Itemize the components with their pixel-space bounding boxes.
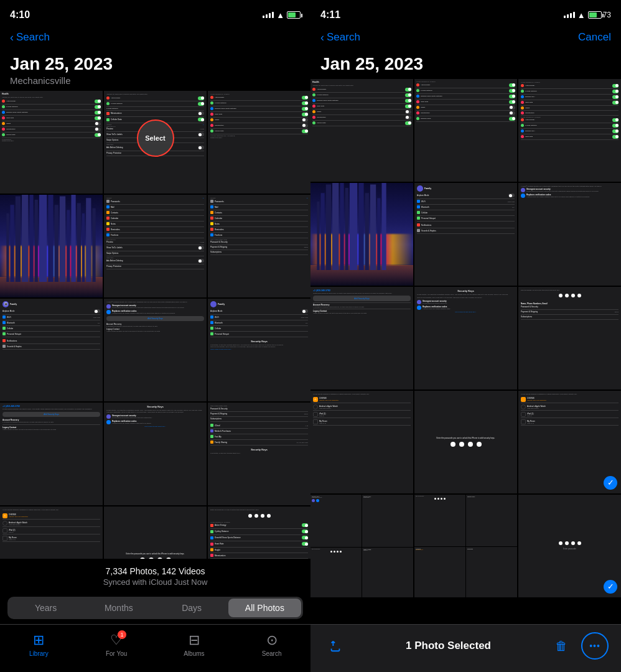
tab-all-photos[interactable]: All Photos xyxy=(228,599,301,617)
right-cell-5[interactable]: Family Airplane Mode Wi-FiKing's Cross B… xyxy=(414,183,517,286)
svg-rect-13 xyxy=(82,213,85,282)
cancel-button[interactable]: Cancel xyxy=(578,31,611,44)
right-cell-15[interactable]: Enter passcode ✓ xyxy=(518,495,621,597)
right-cell-1[interactable]: Health "Google Fit" would like to access… xyxy=(310,79,413,182)
right-time: 4:11 xyxy=(320,9,340,21)
svg-rect-0 xyxy=(6,213,9,282)
right-date-header: Jan 25, 2023 xyxy=(310,52,621,79)
right-back-button[interactable]: ‹ Search xyxy=(320,31,360,44)
left-time: 4:10 xyxy=(10,9,30,21)
left-bottom-area: 7,334 Photos, 142 Videos Synced with iCl… xyxy=(0,559,310,672)
albums-icon: ⊟ xyxy=(189,632,200,648)
for-you-badge: 1 xyxy=(118,630,126,639)
svg-rect-6 xyxy=(39,195,47,282)
grid-cell-5[interactable]: Accounts3 › Passwords Mail Contacts Cale… xyxy=(104,195,207,297)
svg-rect-15 xyxy=(93,208,96,282)
tab-months[interactable]: Months xyxy=(82,599,155,617)
svg-rect-20 xyxy=(340,183,343,270)
svg-rect-11 xyxy=(71,195,75,282)
nav-library[interactable]: ⊞ Library xyxy=(0,630,78,660)
tab-years[interactable]: Years xyxy=(9,599,82,617)
svg-rect-4 xyxy=(29,195,33,282)
grid-cell-4[interactable] xyxy=(0,195,103,297)
right-status-icons: ▲ 73 xyxy=(564,11,611,20)
more-button[interactable]: ••• xyxy=(581,632,609,660)
nav-for-you-label: For You xyxy=(106,650,127,657)
left-photo-grid: Health "Google Fit" would like to access… xyxy=(0,91,310,559)
left-date-header: Jan 25, 2023 Mechanicsville xyxy=(0,52,310,91)
grid-cell-3[interactable]: ALLOW "GOOGLE FIT" TO READ Active Energy… xyxy=(208,91,310,194)
right-cell-9[interactable]: Enter the passcode you use to unlock thi… xyxy=(518,287,621,390)
photo-count-section: 7,334 Photos, 142 Videos Synced with iCl… xyxy=(0,559,310,592)
svg-rect-24 xyxy=(365,193,369,270)
svg-rect-8 xyxy=(55,205,58,282)
svg-rect-25 xyxy=(370,185,376,271)
right-cell-11[interactable]: Enter the passcode you use to unlock thi… xyxy=(414,391,517,493)
select-label: Select xyxy=(145,134,165,142)
right-cell-14[interactable]: Enter the passcode... Security Keys CHEW… xyxy=(414,495,517,597)
back-label: Search xyxy=(16,31,50,44)
left-status-icons: ▲ xyxy=(263,11,301,20)
nav-search[interactable]: ⊙ Search xyxy=(233,630,310,660)
right-cell-7[interactable]: +1 (410-240-5782 Trusted phone numbers a… xyxy=(310,287,413,390)
delete-button[interactable]: 🗑 xyxy=(549,633,574,658)
right-date: Jan 25, 2023 xyxy=(320,55,611,74)
sync-status: Synced with iCloud Just Now xyxy=(10,577,301,587)
svg-rect-14 xyxy=(86,198,91,282)
svg-rect-17 xyxy=(321,193,325,270)
svg-rect-5 xyxy=(35,200,38,282)
right-cell-12[interactable]: If your iPhone requires a password or de… xyxy=(518,391,621,493)
right-photo-grid: Health "Google Fit" would like to access… xyxy=(310,79,621,624)
tab-days[interactable]: Days xyxy=(156,599,228,617)
grid-cell-2[interactable]: "Google Fit" would like to access and wr… xyxy=(104,91,207,194)
left-nav-bar: ‹ Search xyxy=(0,27,310,52)
grid-cell-13[interactable]: If your iPhone requires a password or de… xyxy=(0,506,103,559)
right-cell-6[interactable]: A FIDO® Certified security key is third-… xyxy=(518,183,621,286)
left-location: Mechanicsville xyxy=(10,75,301,86)
grid-cell-14[interactable]: Enter the passcode you use to unlock thi… xyxy=(104,506,207,559)
grid-cell-11[interactable]: Security Keys To get started, you need t… xyxy=(104,403,207,505)
grid-cell-6[interactable]: Accounts3 › Passwords Mail Contacts Cale… xyxy=(208,195,310,297)
svg-rect-16 xyxy=(317,202,319,270)
left-grid: Health "Google Fit" would like to access… xyxy=(0,91,310,559)
grid-cell-12[interactable]: Name, Phone Numbers, Email Password & Se… xyxy=(208,403,310,505)
nav-for-you[interactable]: ♡ 1 For You xyxy=(78,630,156,660)
share-button[interactable] xyxy=(323,633,348,658)
selected-checkmark: ✓ xyxy=(604,476,617,490)
battery-percent: 73 xyxy=(603,11,611,19)
nav-albums-label: Albums xyxy=(184,650,204,657)
grid-cell-15[interactable]: Enter the passcode you use to unlock thi… xyxy=(208,506,310,559)
back-chevron-icon: ‹ xyxy=(10,31,14,44)
battery-icon xyxy=(287,11,301,19)
right-cell-4[interactable] xyxy=(310,183,413,286)
grid-cell-9[interactable]: Family Airplane Mode Wi-FiKing's Cross B… xyxy=(208,299,310,401)
right-status-bar: 4:11 ▲ 73 xyxy=(310,0,621,27)
grid-cell-1[interactable]: Health "Google Fit" would like to access… xyxy=(0,91,103,194)
left-status-bar: 4:10 ▲ xyxy=(0,0,310,27)
nav-albums[interactable]: ⊟ Albums xyxy=(156,630,233,660)
right-cell-8[interactable]: Security Keys To get started, you need t… xyxy=(414,287,517,390)
grid-cell-10[interactable]: +1 (410-240-5782 Trusted phone numbers a… xyxy=(0,403,103,505)
right-cell-10[interactable]: If your iPhone requires a password or de… xyxy=(310,391,413,493)
photo-count: 7,334 Photos, 142 Videos xyxy=(10,566,301,576)
grid-cell-7[interactable]: 👨‍👩‍👧‍👦 Family Airplane Mode Wi-FiKing's… xyxy=(0,299,103,401)
grid-cell-8[interactable]: A FIDO® Certified security key is third-… xyxy=(104,299,207,401)
right-cell-13[interactable]: Security Keys To get started, you need..… xyxy=(310,495,413,597)
right-back-label: Search xyxy=(327,31,360,44)
svg-rect-21 xyxy=(345,188,348,270)
svg-rect-2 xyxy=(16,197,21,282)
selection-bar: 1 Photo Selected 🗑 ••• xyxy=(310,624,621,672)
svg-rect-23 xyxy=(358,183,363,270)
right-cell-2[interactable]: ALLOW "GOOGLE FIT" TO READ Active Energy… xyxy=(414,79,517,182)
view-tabs: Years Months Days All Photos xyxy=(7,597,303,619)
svg-rect-3 xyxy=(22,195,28,282)
selection-count: 1 Photo Selected xyxy=(406,640,491,652)
right-cell-3[interactable]: ALLOW "GOOGLE FIT" TO READ Active Energy… xyxy=(518,79,621,182)
more-icon: ••• xyxy=(589,641,600,651)
svg-rect-22 xyxy=(350,183,357,270)
back-button[interactable]: ‹ Search xyxy=(10,31,50,44)
select-circle[interactable]: Select xyxy=(137,119,174,157)
signal-icon xyxy=(263,12,274,18)
right-grid: Health "Google Fit" would like to access… xyxy=(310,79,621,597)
left-date: Jan 25, 2023 xyxy=(10,55,301,74)
